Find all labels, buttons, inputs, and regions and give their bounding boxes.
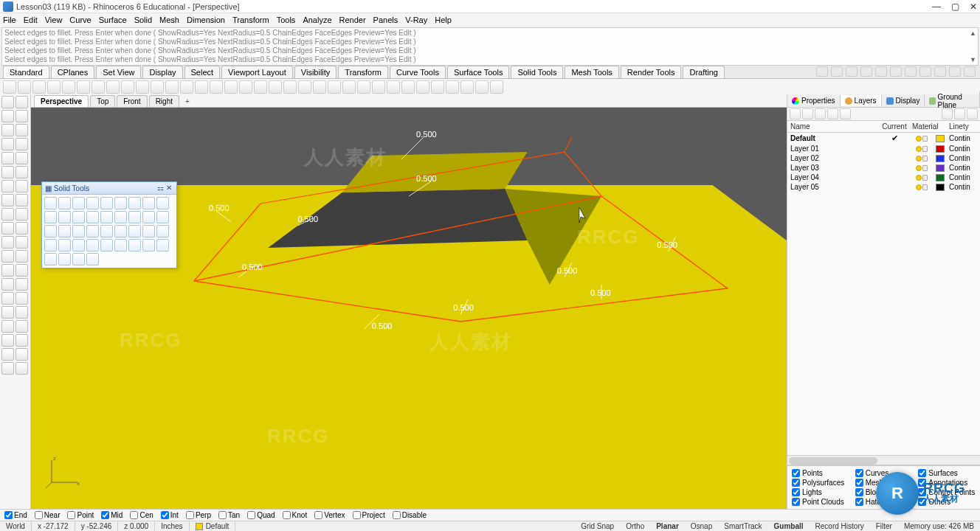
solid-tool-button[interactable] [44, 239, 57, 251]
solid-tool-button[interactable] [156, 197, 169, 209]
layer-visibility[interactable] [912, 184, 931, 190]
left-tool-button[interactable] [15, 152, 28, 164]
tab-standard[interactable]: Standard [3, 66, 49, 78]
osnap-project[interactable]: Project [353, 511, 385, 519]
filter-points[interactable]: Points [792, 469, 849, 477]
toolbar-button[interactable] [254, 80, 267, 94]
tab-select[interactable]: Select [184, 66, 221, 78]
layer-help-icon[interactable] [967, 108, 978, 119]
quick-icon[interactable] [934, 66, 946, 77]
solid-tool-button[interactable] [72, 239, 85, 251]
rtab-layers[interactable]: Layers [841, 95, 882, 106]
layer-down-icon[interactable] [840, 108, 851, 119]
toolbar-button[interactable] [210, 80, 223, 94]
menu-surface[interactable]: Surface [99, 15, 127, 24]
left-tool-button[interactable] [15, 320, 28, 333]
osnap-near[interactable]: Near [35, 511, 61, 519]
left-tool-button[interactable] [15, 96, 28, 108]
left-tool-button[interactable] [1, 334, 14, 347]
quick-icon[interactable] [890, 66, 902, 77]
solid-tool-button[interactable] [72, 225, 85, 237]
toolbar-button[interactable] [32, 80, 46, 94]
menu-render[interactable]: Render [339, 15, 366, 24]
tab-mesh-tools[interactable]: Mesh Tools [565, 66, 618, 78]
osnap-end[interactable]: End [4, 511, 27, 519]
toolbar-button[interactable] [224, 80, 238, 94]
toolbar-button[interactable] [357, 80, 370, 94]
layer-tools-icon[interactable] [954, 108, 965, 119]
quick-icon[interactable] [875, 66, 887, 77]
osnap-perp[interactable]: Perp [186, 511, 211, 519]
menu-solid[interactable]: Solid [134, 15, 152, 24]
tab-setview[interactable]: Set View [96, 66, 141, 78]
toolbar-button[interactable] [121, 80, 134, 94]
toolbar-button[interactable] [298, 80, 311, 94]
layer-color-swatch[interactable] [936, 184, 945, 191]
left-tool-button[interactable] [1, 166, 14, 178]
layer-up-icon[interactable] [827, 108, 838, 119]
toolbar-button[interactable] [62, 80, 75, 94]
toolbar-button[interactable] [195, 80, 208, 94]
left-tool-button[interactable] [15, 362, 28, 375]
solid-tool-button[interactable] [58, 211, 71, 223]
menu-panels[interactable]: Panels [373, 15, 398, 24]
quick-icon[interactable] [860, 66, 872, 77]
left-tool-button[interactable] [1, 110, 14, 122]
layer-delete-icon[interactable] [815, 108, 826, 119]
left-tool-button[interactable] [1, 222, 14, 235]
vtab-right[interactable]: Right [149, 95, 179, 107]
left-tool-button[interactable] [1, 180, 14, 192]
left-tool-button[interactable] [1, 152, 14, 164]
vtab-add[interactable]: + [181, 96, 194, 107]
status-toggle-planar[interactable]: Planar [650, 522, 685, 530]
layer-color-swatch[interactable] [936, 155, 945, 162]
layer-visibility[interactable] [912, 175, 931, 181]
layer-row[interactable]: Layer 01Contin [787, 144, 980, 153]
history-scroll-down[interactable]: ▼ [970, 55, 976, 64]
layer-head-current[interactable]: Current [877, 122, 912, 131]
rtab-display[interactable]: Display [882, 95, 925, 106]
toolbar-button[interactable] [165, 80, 179, 94]
filter-polysurfaces[interactable]: Polysurfaces [792, 479, 849, 487]
layer-filter-icon[interactable] [942, 108, 953, 119]
quick-icon[interactable] [919, 66, 931, 77]
quick-icon[interactable] [905, 66, 917, 77]
layer-linetype[interactable]: Contin [949, 154, 977, 162]
layer-sublayer-icon[interactable] [802, 108, 813, 119]
maximize-button[interactable]: ▢ [951, 1, 959, 12]
layer-row[interactable]: Layer 04Contin [787, 173, 980, 182]
left-tool-button[interactable] [15, 110, 28, 122]
toolbar-button[interactable] [47, 80, 61, 94]
toolbar-button[interactable] [416, 80, 429, 94]
layer-linetype[interactable]: Contin [949, 145, 977, 153]
toolbar-button[interactable] [3, 80, 16, 94]
left-tool-button[interactable] [15, 124, 28, 136]
left-tool-button[interactable] [15, 348, 28, 361]
left-tool-button[interactable] [1, 320, 14, 333]
menu-mesh[interactable]: Mesh [159, 15, 179, 24]
toolbar-button[interactable] [490, 80, 503, 94]
left-tool-button[interactable] [1, 292, 14, 305]
tab-drafting[interactable]: Drafting [683, 66, 725, 78]
toolbar-button[interactable] [475, 80, 489, 94]
tab-visibility[interactable]: Visibility [294, 66, 337, 78]
panel-close-icon[interactable]: ✕ [165, 184, 173, 192]
solid-tool-button[interactable] [100, 197, 113, 209]
status-units[interactable]: Inches [155, 521, 189, 531]
tab-surface-tools[interactable]: Surface Tools [447, 66, 509, 78]
osnap-mid[interactable]: Mid [101, 511, 122, 519]
command-history[interactable]: ▲ Select edges to fillet. Press Enter wh… [1, 27, 979, 66]
solid-tool-button[interactable] [72, 211, 85, 223]
filter-lights[interactable]: Lights [792, 488, 849, 496]
vtab-front[interactable]: Front [117, 95, 147, 107]
solid-tool-button[interactable] [72, 197, 85, 209]
left-tool-button[interactable] [1, 250, 14, 263]
left-tool-button[interactable] [15, 194, 28, 206]
toolbar-button[interactable] [239, 80, 252, 94]
solid-tool-button[interactable] [58, 239, 71, 251]
left-tool-button[interactable] [15, 334, 28, 347]
layer-visibility[interactable] [912, 136, 931, 142]
left-tool-button[interactable] [1, 138, 14, 150]
layer-current[interactable]: ✔ [877, 133, 912, 143]
tab-viewport-layout[interactable]: Viewport Layout [221, 66, 293, 78]
